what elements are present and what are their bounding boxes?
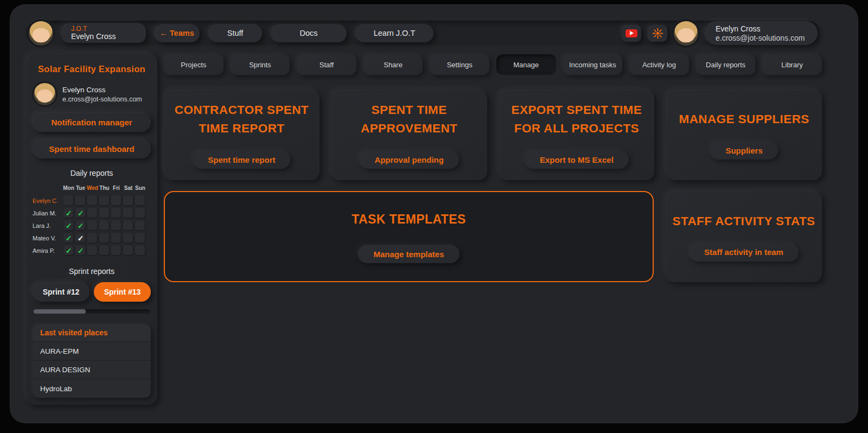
spent-time-dashboard-button[interactable]: Spent time dashboard <box>33 139 151 158</box>
sprint-buttons: Sprint #12Sprint #13 <box>33 282 151 302</box>
report-cell-evelyn-c-tue[interactable] <box>76 196 85 205</box>
report-cell-evelyn-c-wed[interactable] <box>88 196 97 205</box>
sidebar-user-email: e.cross@jot-solutions.com <box>62 95 142 104</box>
table-row: Julian M.✓✓ <box>33 207 151 219</box>
report-cell-julian-m-sun[interactable] <box>136 208 145 218</box>
day-wed: Wed <box>88 185 97 191</box>
staff-activity-title: STAFF ACTIVITY STATS <box>673 212 815 231</box>
sidebar-scrollbar[interactable] <box>34 309 150 314</box>
second-row: TASK TEMPLATES Manage templates STAFF AC… <box>164 191 822 282</box>
report-cell-amira-p-sat[interactable] <box>124 246 133 255</box>
report-cell-lara-j-mon[interactable]: ✓ <box>64 221 73 230</box>
profile-card[interactable]: Evelyn Cross e.cross@jot-solutions.com <box>705 21 818 45</box>
tab-library[interactable]: Library <box>762 54 822 75</box>
tab-incoming-tasks[interactable]: Incoming tasks <box>563 54 623 75</box>
visited-aura-design[interactable]: AURA DESIGN <box>33 361 151 379</box>
report-cell-amira-p-tue[interactable]: ✓ <box>76 246 85 255</box>
topbar-right: Evelyn Cross e.cross@jot-solutions.com <box>622 21 818 46</box>
report-cell-julian-m-thu[interactable] <box>100 208 109 218</box>
last-visited-panel: Last visited places AURA-EPMAURA DESIGNH… <box>33 324 151 398</box>
workspace-avatar[interactable] <box>29 21 53 46</box>
report-cell-julian-m-mon[interactable]: ✓ <box>64 208 73 218</box>
report-cell-julian-m-wed[interactable] <box>88 208 97 218</box>
report-cell-mateo-v-tue[interactable]: ✓ <box>76 233 85 243</box>
tab-manage[interactable]: Manage <box>496 54 556 75</box>
report-cell-evelyn-c-mon[interactable] <box>64 196 73 205</box>
table-row: Amira P.✓✓ <box>33 244 151 257</box>
check-icon: ✓ <box>66 209 72 217</box>
table-row: Evelyn C. <box>33 194 151 207</box>
report-cell-amira-p-wed[interactable] <box>88 246 97 255</box>
button-suppliers[interactable]: Suppliers <box>710 141 777 160</box>
scrollbar-thumb[interactable] <box>34 309 86 314</box>
tab-settings[interactable]: Settings <box>430 54 489 75</box>
report-cell-evelyn-c-sun[interactable] <box>136 196 145 205</box>
report-cell-lara-j-tue[interactable]: ✓ <box>76 221 85 230</box>
report-cell-lara-j-thu[interactable] <box>100 221 109 230</box>
theme-button[interactable] <box>648 25 667 42</box>
report-cell-amira-p-thu[interactable] <box>100 246 109 255</box>
youtube-button[interactable] <box>622 25 641 42</box>
report-cell-mateo-v-thu[interactable] <box>100 233 109 243</box>
topbar-nav: ← TeamsStuffDocsLearn J.O.T <box>154 24 433 42</box>
staff-activity-button[interactable]: Staff activity in team <box>689 243 799 262</box>
report-cell-julian-m-fri[interactable] <box>112 208 121 218</box>
sidebar-user-name: Evelyn Cross <box>62 85 142 95</box>
nav-docs[interactable]: Docs <box>271 24 347 42</box>
sidebar: Solar Facility Expansion Evelyn Cross e.… <box>26 53 157 405</box>
button-sprint-12[interactable]: Sprint #12 <box>33 282 90 302</box>
tab-bar: ProjectsSprintsStaffShareSettingsManageI… <box>164 54 822 75</box>
project-title: Solar Facility Expansion <box>33 64 151 74</box>
report-cell-mateo-v-wed[interactable] <box>88 233 97 243</box>
report-cell-julian-m-sat[interactable] <box>124 208 133 218</box>
workspace-user-label: Evelyn Cross <box>71 33 116 41</box>
check-icon: ✓ <box>78 222 84 230</box>
nav-learn-j-o-t[interactable]: Learn J.O.T <box>355 24 433 42</box>
report-cell-lara-j-fri[interactable] <box>112 221 121 230</box>
tab-projects[interactable]: Projects <box>164 54 224 75</box>
report-cell-mateo-v-mon[interactable]: ✓ <box>64 233 73 243</box>
report-cell-evelyn-c-thu[interactable] <box>100 196 109 205</box>
button-spent-time-report[interactable]: Spent time report <box>193 150 290 169</box>
visited-aura-epm[interactable]: AURA-EPM <box>33 342 151 361</box>
report-cell-evelyn-c-sat[interactable] <box>124 196 133 205</box>
tab-activity-log[interactable]: Activity log <box>629 54 689 75</box>
report-cell-julian-m-tue[interactable]: ✓ <box>76 208 85 218</box>
card-title: MANAGE SUPPLIERS <box>679 110 809 129</box>
button-sprint-13[interactable]: Sprint #13 <box>94 282 151 302</box>
report-cell-amira-p-sun[interactable] <box>136 246 145 255</box>
manage-templates-button[interactable]: Manage templates <box>358 245 459 263</box>
check-icon: ✓ <box>66 247 72 254</box>
table-row: Lara J.✓✓ <box>33 219 151 232</box>
profile-avatar[interactable] <box>674 21 698 46</box>
card-title: EXPORT SPENT TIME FOR ALL PROJECTS <box>503 101 650 138</box>
visited-hydrolab[interactable]: HydroLab <box>33 379 151 398</box>
nav-teams[interactable]: ← Teams <box>154 24 200 42</box>
report-cell-lara-j-sat[interactable] <box>124 221 133 230</box>
workspace-switcher[interactable]: J.O.T Evelyn Cross <box>61 23 146 43</box>
tab-sprints[interactable]: Sprints <box>231 54 290 75</box>
day-thu: Thu <box>100 185 109 191</box>
report-cell-mateo-v-sun[interactable] <box>136 233 145 243</box>
button-approval-pending[interactable]: Approval pending <box>359 150 459 169</box>
report-cell-evelyn-c-fri[interactable] <box>112 196 121 205</box>
report-cell-mateo-v-fri[interactable] <box>112 233 121 243</box>
nav-stuff[interactable]: Stuff <box>208 24 262 42</box>
youtube-icon <box>626 29 637 37</box>
report-cell-mateo-v-sat[interactable] <box>124 233 133 243</box>
report-cell-lara-j-wed[interactable] <box>88 221 97 230</box>
report-cell-amira-p-fri[interactable] <box>112 246 121 255</box>
notification-manager-button[interactable]: Notification manager <box>33 112 151 132</box>
report-cell-amira-p-mon[interactable]: ✓ <box>64 246 73 255</box>
card-contractor-spent-time-report: CONTRACTOR SPENT TIME REPORTSpent time r… <box>164 90 320 180</box>
button-export-to-ms-excel[interactable]: Export to MS Excel <box>525 150 629 169</box>
daily-reports-grid: MonTueWedThuFriSatSunEvelyn C.Julian M.✓… <box>33 182 151 257</box>
tab-staff[interactable]: Staff <box>297 54 356 75</box>
day-mon: Mon <box>64 185 73 191</box>
tab-daily-reports[interactable]: Daily reports <box>696 54 756 75</box>
report-cell-lara-j-sun[interactable] <box>136 221 145 230</box>
task-templates-card: TASK TEMPLATES Manage templates <box>164 191 654 282</box>
tab-share[interactable]: Share <box>363 54 423 75</box>
member-julian-m: Julian M. <box>33 210 64 217</box>
sidebar-user: Evelyn Cross e.cross@jot-solutions.com <box>34 83 150 105</box>
